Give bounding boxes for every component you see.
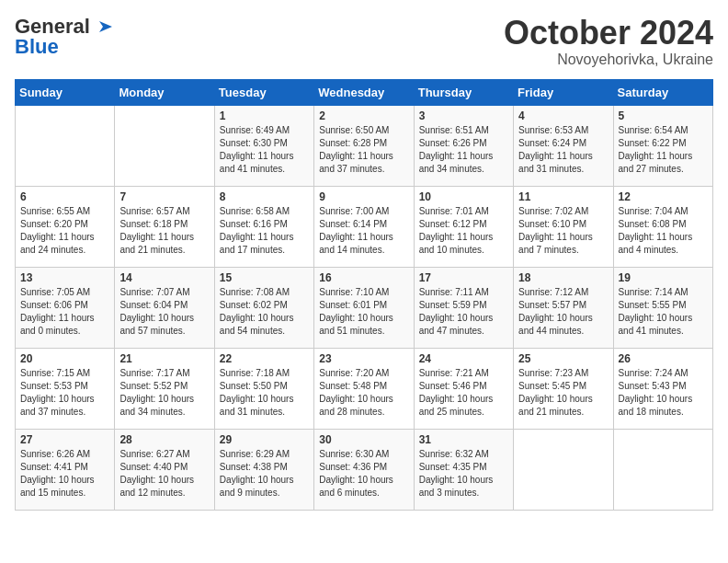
calendar-cell: 31Sunrise: 6:32 AMSunset: 4:35 PMDayligh… (414, 429, 513, 510)
day-number: 17 (419, 271, 508, 284)
day-number: 12 (619, 190, 708, 203)
day-number: 29 (220, 433, 309, 446)
calendar-cell: 13Sunrise: 7:05 AMSunset: 6:06 PMDayligh… (16, 267, 115, 348)
day-number: 11 (518, 190, 608, 203)
day-number: 14 (119, 271, 209, 284)
day-info: Sunrise: 6:53 AMSunset: 6:24 PMDaylight:… (518, 124, 608, 176)
calendar-cell: 24Sunrise: 7:21 AMSunset: 5:46 PMDayligh… (414, 348, 513, 429)
week-row-3: 13Sunrise: 7:05 AMSunset: 6:06 PMDayligh… (16, 267, 713, 348)
day-info: Sunrise: 7:08 AMSunset: 6:02 PMDaylight:… (220, 286, 309, 338)
day-info: Sunrise: 6:57 AMSunset: 6:18 PMDaylight:… (119, 205, 209, 257)
calendar-cell (16, 105, 115, 186)
logo-bird-icon (92, 19, 112, 34)
day-number: 30 (319, 433, 408, 446)
day-number: 8 (220, 190, 309, 203)
calendar-cell: 16Sunrise: 7:10 AMSunset: 6:01 PMDayligh… (314, 267, 414, 348)
day-info: Sunrise: 7:07 AMSunset: 6:04 PMDaylight:… (119, 286, 209, 338)
calendar-cell (115, 105, 214, 186)
calendar-cell: 21Sunrise: 7:17 AMSunset: 5:52 PMDayligh… (115, 348, 214, 429)
calendar-cell: 18Sunrise: 7:12 AMSunset: 5:57 PMDayligh… (514, 267, 613, 348)
day-number: 26 (619, 352, 708, 365)
calendar-cell: 26Sunrise: 7:24 AMSunset: 5:43 PMDayligh… (613, 348, 712, 429)
day-info: Sunrise: 6:54 AMSunset: 6:22 PMDaylight:… (619, 124, 708, 176)
day-info: Sunrise: 7:18 AMSunset: 5:50 PMDaylight:… (220, 367, 309, 419)
day-info: Sunrise: 7:11 AMSunset: 5:59 PMDaylight:… (419, 286, 508, 338)
calendar-cell: 6Sunrise: 6:55 AMSunset: 6:20 PMDaylight… (16, 186, 115, 267)
day-number: 28 (119, 433, 209, 446)
day-info: Sunrise: 6:32 AMSunset: 4:35 PMDaylight:… (419, 448, 508, 500)
calendar-body: 1Sunrise: 6:49 AMSunset: 6:30 PMDaylight… (16, 105, 713, 510)
calendar-cell: 9Sunrise: 7:00 AMSunset: 6:14 PMDaylight… (314, 186, 414, 267)
calendar-cell: 17Sunrise: 7:11 AMSunset: 5:59 PMDayligh… (414, 267, 513, 348)
calendar-cell: 19Sunrise: 7:14 AMSunset: 5:55 PMDayligh… (613, 267, 712, 348)
day-number: 2 (319, 109, 408, 122)
calendar-cell: 2Sunrise: 6:50 AMSunset: 6:28 PMDaylight… (314, 105, 414, 186)
logo: General Blue (15, 15, 112, 59)
day-number: 21 (119, 352, 209, 365)
day-info: Sunrise: 6:51 AMSunset: 6:26 PMDaylight:… (419, 124, 508, 176)
calendar-table: SundayMondayTuesdayWednesdayThursdayFrid… (15, 79, 713, 511)
day-number: 20 (20, 352, 109, 365)
day-number: 24 (419, 352, 508, 365)
weekday-header-monday: Monday (115, 79, 214, 105)
logo-blue-text: Blue (15, 35, 59, 59)
week-row-4: 20Sunrise: 7:15 AMSunset: 5:53 PMDayligh… (16, 348, 713, 429)
day-info: Sunrise: 7:10 AMSunset: 6:01 PMDaylight:… (319, 286, 408, 338)
day-number: 15 (220, 271, 309, 284)
calendar-cell (613, 429, 712, 510)
day-number: 9 (319, 190, 408, 203)
weekday-header-tuesday: Tuesday (214, 79, 313, 105)
day-number: 19 (619, 271, 708, 284)
day-info: Sunrise: 6:58 AMSunset: 6:16 PMDaylight:… (220, 205, 309, 257)
day-info: Sunrise: 6:30 AMSunset: 4:36 PMDaylight:… (319, 448, 408, 500)
day-info: Sunrise: 7:21 AMSunset: 5:46 PMDaylight:… (419, 367, 508, 419)
calendar-cell: 23Sunrise: 7:20 AMSunset: 5:48 PMDayligh… (314, 348, 414, 429)
calendar-cell: 28Sunrise: 6:27 AMSunset: 4:40 PMDayligh… (115, 429, 214, 510)
day-info: Sunrise: 7:15 AMSunset: 5:53 PMDaylight:… (20, 367, 109, 419)
calendar-cell: 12Sunrise: 7:04 AMSunset: 6:08 PMDayligh… (613, 186, 712, 267)
day-info: Sunrise: 7:05 AMSunset: 6:06 PMDaylight:… (20, 286, 109, 338)
week-row-1: 1Sunrise: 6:49 AMSunset: 6:30 PMDaylight… (16, 105, 713, 186)
calendar-cell: 22Sunrise: 7:18 AMSunset: 5:50 PMDayligh… (214, 348, 313, 429)
calendar-cell: 5Sunrise: 6:54 AMSunset: 6:22 PMDaylight… (613, 105, 712, 186)
day-info: Sunrise: 7:20 AMSunset: 5:48 PMDaylight:… (319, 367, 408, 419)
weekday-header-saturday: Saturday (613, 79, 712, 105)
page-header: General Blue October 2024 Novoyehorivka,… (15, 15, 713, 68)
day-number: 5 (619, 109, 708, 122)
day-info: Sunrise: 7:17 AMSunset: 5:52 PMDaylight:… (119, 367, 209, 419)
weekday-header-friday: Friday (514, 79, 613, 105)
calendar-cell: 8Sunrise: 6:58 AMSunset: 6:16 PMDaylight… (214, 186, 313, 267)
day-number: 16 (319, 271, 408, 284)
calendar-cell: 30Sunrise: 6:30 AMSunset: 4:36 PMDayligh… (314, 429, 414, 510)
day-info: Sunrise: 7:14 AMSunset: 5:55 PMDaylight:… (619, 286, 708, 338)
calendar-cell: 15Sunrise: 7:08 AMSunset: 6:02 PMDayligh… (214, 267, 313, 348)
month-title: October 2024 (504, 15, 713, 52)
day-info: Sunrise: 7:04 AMSunset: 6:08 PMDaylight:… (619, 205, 708, 257)
calendar-cell: 10Sunrise: 7:01 AMSunset: 6:12 PMDayligh… (414, 186, 513, 267)
day-number: 31 (419, 433, 508, 446)
location-text: Novoyehorivka, Ukraine (504, 52, 713, 68)
calendar-cell: 25Sunrise: 7:23 AMSunset: 5:45 PMDayligh… (514, 348, 613, 429)
day-info: Sunrise: 7:02 AMSunset: 6:10 PMDaylight:… (518, 205, 608, 257)
day-info: Sunrise: 7:01 AMSunset: 6:12 PMDaylight:… (419, 205, 508, 257)
day-info: Sunrise: 6:50 AMSunset: 6:28 PMDaylight:… (319, 124, 408, 176)
day-number: 6 (20, 190, 109, 203)
day-info: Sunrise: 7:23 AMSunset: 5:45 PMDaylight:… (518, 367, 608, 419)
calendar-cell: 7Sunrise: 6:57 AMSunset: 6:18 PMDaylight… (115, 186, 214, 267)
calendar-cell: 4Sunrise: 6:53 AMSunset: 6:24 PMDaylight… (514, 105, 613, 186)
day-info: Sunrise: 6:55 AMSunset: 6:20 PMDaylight:… (20, 205, 109, 257)
calendar-cell: 29Sunrise: 6:29 AMSunset: 4:38 PMDayligh… (214, 429, 313, 510)
weekday-header-sunday: Sunday (16, 79, 115, 105)
calendar-cell: 20Sunrise: 7:15 AMSunset: 5:53 PMDayligh… (16, 348, 115, 429)
day-number: 10 (419, 190, 508, 203)
day-number: 13 (20, 271, 109, 284)
day-number: 1 (220, 109, 309, 122)
day-number: 27 (20, 433, 109, 446)
week-row-2: 6Sunrise: 6:55 AMSunset: 6:20 PMDaylight… (16, 186, 713, 267)
day-info: Sunrise: 6:49 AMSunset: 6:30 PMDaylight:… (220, 124, 309, 176)
day-info: Sunrise: 6:27 AMSunset: 4:40 PMDaylight:… (119, 448, 209, 500)
calendar-cell (514, 429, 613, 510)
day-info: Sunrise: 6:29 AMSunset: 4:38 PMDaylight:… (220, 448, 309, 500)
day-number: 25 (518, 352, 608, 365)
day-info: Sunrise: 7:24 AMSunset: 5:43 PMDaylight:… (619, 367, 708, 419)
